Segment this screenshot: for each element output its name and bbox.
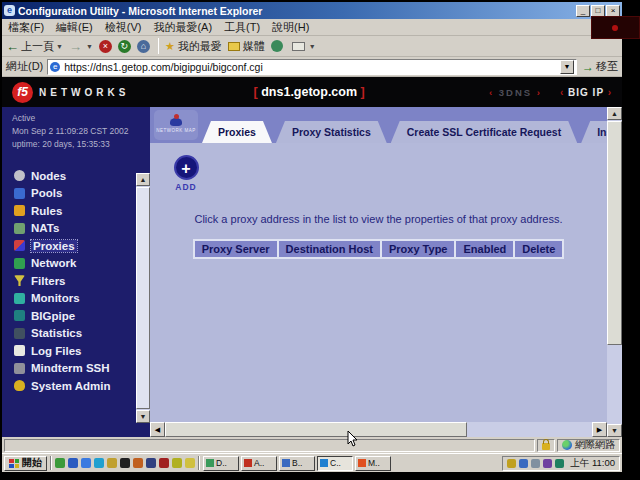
dns3-link[interactable]: ‹ 3DNS › xyxy=(489,87,542,98)
scroll-down-icon[interactable]: ▼ xyxy=(607,424,622,437)
scrollbar-thumb[interactable] xyxy=(165,422,467,437)
address-input[interactable] xyxy=(64,61,560,73)
back-icon: ← xyxy=(6,39,19,54)
table-header-row: Proxy Server Destination Host Proxy Type… xyxy=(195,241,563,257)
restore-button[interactable]: □ xyxy=(591,5,605,17)
tray-app-icon[interactable] xyxy=(555,459,564,468)
sidebar-item-system-admin[interactable]: System Admin xyxy=(14,377,150,395)
quicklaunch-icon[interactable] xyxy=(133,458,143,468)
task-button-active[interactable]: C.. xyxy=(317,456,353,471)
sidebar-item-rules[interactable]: Rules xyxy=(14,202,150,220)
back-button[interactable]: ← 上一頁 ▼ xyxy=(6,39,63,54)
menu-help[interactable]: 說明(H) xyxy=(272,20,309,35)
quicklaunch-icon[interactable] xyxy=(81,458,91,468)
mail-dropdown-icon[interactable]: ▼ xyxy=(309,43,316,50)
menu-tools[interactable]: 工具(T) xyxy=(224,20,260,35)
media-button[interactable]: 媒體 xyxy=(228,39,265,54)
refresh-icon[interactable]: ↻ xyxy=(118,40,131,53)
status-bar: 網際網路 xyxy=(2,437,622,453)
horizontal-scrollbar[interactable]: ◀ ▶ xyxy=(150,422,607,437)
taskbar-clock: 上午 11:00 xyxy=(570,457,615,470)
quicklaunch-icon[interactable] xyxy=(172,458,182,468)
back-dropdown-icon[interactable]: ▼ xyxy=(56,43,63,50)
sidebar-item-log-files[interactable]: Log Files xyxy=(14,342,150,360)
rules-icon xyxy=(14,205,25,216)
sidebar: Active Mon Sep 2 11:09:28 CST 2002 uptim… xyxy=(2,107,150,437)
sidebar-item-statistics[interactable]: Statistics xyxy=(14,325,150,343)
task-button[interactable]: M.. xyxy=(355,456,391,471)
tray-app-icon[interactable] xyxy=(543,459,552,468)
col-proxy-server: Proxy Server xyxy=(195,241,277,257)
go-button[interactable]: → 移至 xyxy=(582,59,618,74)
taskbar: 開始 D.. A.. B.. C.. M.. xyxy=(2,453,622,472)
forward-button[interactable]: → ▼ xyxy=(69,39,93,54)
tab-proxies[interactable]: Proxies xyxy=(202,121,272,143)
vertical-scrollbar[interactable]: ▲ ▼ xyxy=(607,107,622,437)
scroll-right-icon[interactable]: ▶ xyxy=(592,422,607,437)
page-icon: e xyxy=(50,62,60,72)
col-enabled: Enabled xyxy=(456,241,513,257)
status-uptime: uptime: 20 days, 15:35:33 xyxy=(12,138,150,151)
quicklaunch-icon[interactable] xyxy=(107,458,117,468)
menu-favorites[interactable]: 我的最愛(A) xyxy=(153,20,212,35)
sidebar-item-monitors[interactable]: Monitors xyxy=(14,290,150,308)
task-button[interactable]: B.. xyxy=(279,456,315,471)
add-proxy-button[interactable]: + ADD xyxy=(168,155,204,192)
close-button[interactable]: × xyxy=(606,5,620,17)
sidebar-item-bigpipe[interactable]: BIGpipe xyxy=(14,307,150,325)
filters-icon xyxy=(14,275,25,286)
quicklaunch-icon[interactable] xyxy=(159,458,169,468)
stop-icon[interactable]: × xyxy=(99,40,112,53)
network-tray-icon[interactable] xyxy=(531,459,540,468)
messenger-icon[interactable] xyxy=(519,459,528,468)
sidebar-item-nodes[interactable]: Nodes xyxy=(14,167,150,185)
home-icon[interactable]: ⌂ xyxy=(137,40,150,53)
quicklaunch-icon[interactable] xyxy=(146,458,156,468)
status-datetime: Mon Sep 2 11:09:28 CST 2002 xyxy=(12,125,150,138)
mouse-cursor xyxy=(347,430,359,448)
quicklaunch-icon[interactable] xyxy=(55,458,65,468)
task-button[interactable]: D.. xyxy=(203,456,239,471)
f5-networks-wordmark: NETWORKS xyxy=(39,87,129,98)
address-box: e ▼ xyxy=(47,59,577,75)
quicklaunch-icon[interactable] xyxy=(120,458,130,468)
network-map-button[interactable]: NETWORK MAP xyxy=(154,110,198,140)
quicklaunch-icon[interactable] xyxy=(185,458,195,468)
taskbar-separator xyxy=(50,456,52,470)
tab-proxy-statistics[interactable]: Proxy Statistics xyxy=(276,121,387,143)
sidebar-item-pools[interactable]: Pools xyxy=(14,185,150,203)
address-dropdown-icon[interactable]: ▼ xyxy=(560,60,574,74)
sidebar-scrollbar[interactable]: ▲ ▼ xyxy=(136,173,150,423)
mail-button[interactable]: ▼ xyxy=(292,42,316,51)
quicklaunch-icon[interactable] xyxy=(94,458,104,468)
favorites-button[interactable]: ★ 我的最愛 xyxy=(165,39,222,54)
sidebar-item-proxies[interactable]: Proxies xyxy=(14,237,150,255)
quicklaunch-icon[interactable] xyxy=(68,458,78,468)
task-button[interactable]: A.. xyxy=(241,456,277,471)
history-button[interactable] xyxy=(271,40,286,52)
menu-bar: 檔案(F) 編輯(E) 檢視(V) 我的最愛(A) 工具(T) 說明(H) xyxy=(2,19,622,36)
sidebar-item-mindterm-ssh[interactable]: Mindterm SSH xyxy=(14,360,150,378)
sidebar-item-network[interactable]: Network xyxy=(14,255,150,273)
menu-view[interactable]: 檢視(V) xyxy=(105,20,142,35)
scroll-left-icon[interactable]: ◀ xyxy=(150,422,165,437)
scrollbar-thumb[interactable] xyxy=(607,121,622,345)
tab-create-ssl-certificate-request[interactable]: Create SSL Certificate Request xyxy=(391,121,577,143)
forward-dropdown-icon[interactable]: ▼ xyxy=(86,43,93,50)
scrollbar-thumb[interactable] xyxy=(136,187,150,409)
add-plus-icon[interactable]: + xyxy=(174,155,199,180)
address-label: 網址(D) xyxy=(6,59,43,74)
start-button[interactable]: 開始 xyxy=(4,456,47,471)
sidebar-item-filters[interactable]: Filters xyxy=(14,272,150,290)
menu-edit[interactable]: 編輯(E) xyxy=(56,20,93,35)
bigip-link[interactable]: ‹ BIG IP › xyxy=(560,87,612,98)
pools-icon xyxy=(14,188,25,199)
sidebar-item-nats[interactable]: NATs xyxy=(14,220,150,238)
scroll-down-icon[interactable]: ▼ xyxy=(136,410,150,423)
volume-icon[interactable] xyxy=(507,459,516,468)
tab-install-ssl-certificate[interactable]: Install SSL Certif xyxy=(581,121,607,143)
scroll-up-icon[interactable]: ▲ xyxy=(607,107,622,120)
minimize-button[interactable]: _ xyxy=(576,5,590,17)
menu-file[interactable]: 檔案(F) xyxy=(8,20,44,35)
scroll-up-icon[interactable]: ▲ xyxy=(136,173,150,186)
